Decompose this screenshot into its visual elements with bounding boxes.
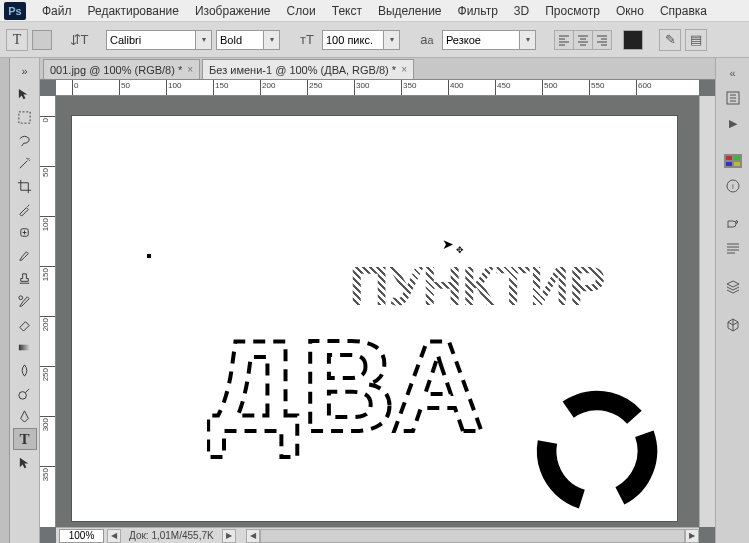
document-tab[interactable]: Без имени-1 @ 100% (ДВА, RGB/8) * × <box>202 59 414 79</box>
font-family-field[interactable] <box>106 30 196 50</box>
font-family-dropdown[interactable] <box>196 30 212 50</box>
menu-file[interactable]: Файл <box>34 2 80 20</box>
text-orientation-icon[interactable]: ⇵T <box>68 29 90 51</box>
menu-image[interactable]: Изображение <box>187 2 279 20</box>
eraser-tool[interactable] <box>13 313 37 335</box>
ruler-vertical[interactable]: 050100150200250300350 <box>40 96 56 527</box>
left-collapsed-dock[interactable] <box>0 58 10 543</box>
canvas-dot <box>147 254 151 258</box>
scrollbar-horizontal[interactable] <box>260 529 685 543</box>
marquee-tool[interactable] <box>13 106 37 128</box>
menu-type[interactable]: Текст <box>324 2 370 20</box>
heal-tool[interactable] <box>13 221 37 243</box>
crop-tool[interactable] <box>13 175 37 197</box>
canvas-viewport[interactable]: ПУНКТИР ДВА ➤ <box>56 96 699 527</box>
stamp-tool[interactable] <box>13 267 37 289</box>
align-left-button[interactable] <box>554 30 574 50</box>
svg-point-2 <box>19 295 23 299</box>
close-icon[interactable]: × <box>401 64 407 75</box>
font-family-select[interactable] <box>106 30 212 50</box>
zoom-field[interactable] <box>59 529 104 543</box>
text-color-swatch[interactable] <box>623 30 643 50</box>
menu-edit[interactable]: Редактирование <box>80 2 187 20</box>
svg-text:i: i <box>732 182 734 191</box>
dodge-tool[interactable] <box>13 382 37 404</box>
app-logo: Ps <box>4 2 26 20</box>
character-panel-icon[interactable]: ▤ <box>685 29 707 51</box>
document-area: 001.jpg @ 100% (RGB/8) * × Без имени-1 @… <box>40 58 715 543</box>
font-style-select[interactable] <box>216 30 280 50</box>
warp-text-icon[interactable]: ✎ <box>659 29 681 51</box>
antialias-dropdown[interactable] <box>520 30 536 50</box>
menu-select[interactable]: Выделение <box>370 2 450 20</box>
svg-point-4 <box>19 391 27 399</box>
history-panel-icon[interactable] <box>720 87 746 109</box>
svg-point-6 <box>532 386 661 515</box>
canvas-text-dva: ДВА <box>207 311 567 473</box>
scroll-left-button[interactable]: ◀ <box>107 529 121 543</box>
svg-text:ДВА: ДВА <box>207 313 487 459</box>
history-brush-tool[interactable] <box>13 290 37 312</box>
right-dock: « ▶ i <box>715 58 749 543</box>
svg-rect-11 <box>726 162 732 166</box>
menu-bar: Ps Файл Редактирование Изображение Слои … <box>0 0 749 22</box>
canvas[interactable]: ПУНКТИР ДВА ➤ <box>72 116 677 521</box>
actions-panel-icon[interactable]: ▶ <box>720 112 746 134</box>
info-menu-button[interactable]: ▶ <box>222 529 236 543</box>
tool-preset-icon[interactable]: T <box>6 29 28 51</box>
antialias-icon: aa <box>416 29 438 51</box>
document-info: Док: 1,01M/455,7K <box>121 530 222 541</box>
layers-panel-icon[interactable] <box>720 276 746 298</box>
collapse-dock-icon[interactable]: « <box>720 62 746 84</box>
menu-3d[interactable]: 3D <box>506 2 537 20</box>
pen-tool[interactable] <box>13 405 37 427</box>
paragraph-panel-icon[interactable] <box>720 238 746 260</box>
document-tabs: 001.jpg @ 100% (RGB/8) * × Без имени-1 @… <box>40 58 715 80</box>
path-select-tool[interactable] <box>13 451 37 473</box>
menu-window[interactable]: Окно <box>608 2 652 20</box>
menu-filter[interactable]: Фильтр <box>450 2 506 20</box>
scroll-right-button[interactable]: ▶ <box>685 529 699 543</box>
menu-layer[interactable]: Слои <box>279 2 324 20</box>
type-tool[interactable]: T <box>13 428 37 450</box>
font-size-select[interactable] <box>322 30 400 50</box>
menu-view[interactable]: Просмотр <box>537 2 608 20</box>
tool-preset-picker[interactable] <box>32 30 52 50</box>
tool-panel: » T <box>10 58 40 543</box>
close-icon[interactable]: × <box>187 64 193 75</box>
ruler-horizontal[interactable]: 050100150200250300350400450500550600 <box>56 80 699 96</box>
font-size-dropdown[interactable] <box>384 30 400 50</box>
font-style-dropdown[interactable] <box>264 30 280 50</box>
canvas-text-punktir: ПУНКТИР <box>349 253 605 318</box>
svg-rect-12 <box>734 162 740 166</box>
antialias-field[interactable] <box>442 30 520 50</box>
cursor-icon: ➤ <box>442 236 462 252</box>
font-size-field[interactable] <box>322 30 384 50</box>
font-style-field[interactable] <box>216 30 264 50</box>
color-panel-icon[interactable] <box>720 150 746 172</box>
character-panel-icon[interactable] <box>720 213 746 235</box>
brush-tool[interactable] <box>13 244 37 266</box>
move-tool[interactable] <box>13 83 37 105</box>
collapse-icon[interactable]: » <box>13 60 37 82</box>
wand-tool[interactable] <box>13 152 37 174</box>
gradient-tool[interactable] <box>13 336 37 358</box>
eyedropper-tool[interactable] <box>13 198 37 220</box>
tab-label: Без имени-1 @ 100% (ДВА, RGB/8) * <box>209 64 396 76</box>
font-size-icon: тT <box>296 29 318 51</box>
blur-tool[interactable] <box>13 359 37 381</box>
align-right-button[interactable] <box>592 30 612 50</box>
scroll-left-button[interactable]: ◀ <box>246 529 260 543</box>
lasso-tool[interactable] <box>13 129 37 151</box>
menu-help[interactable]: Справка <box>652 2 715 20</box>
properties-panel-icon[interactable]: i <box>720 175 746 197</box>
canvas-circle <box>527 381 667 521</box>
scrollbar-vertical[interactable] <box>699 96 715 527</box>
svg-rect-0 <box>19 111 30 122</box>
3d-panel-icon[interactable] <box>720 314 746 336</box>
align-center-button[interactable] <box>573 30 593 50</box>
document-tab[interactable]: 001.jpg @ 100% (RGB/8) * × <box>43 59 200 79</box>
svg-rect-9 <box>726 156 732 160</box>
options-bar: T ⇵T тT aa ✎ ▤ <box>0 22 749 58</box>
antialias-select[interactable] <box>442 30 536 50</box>
